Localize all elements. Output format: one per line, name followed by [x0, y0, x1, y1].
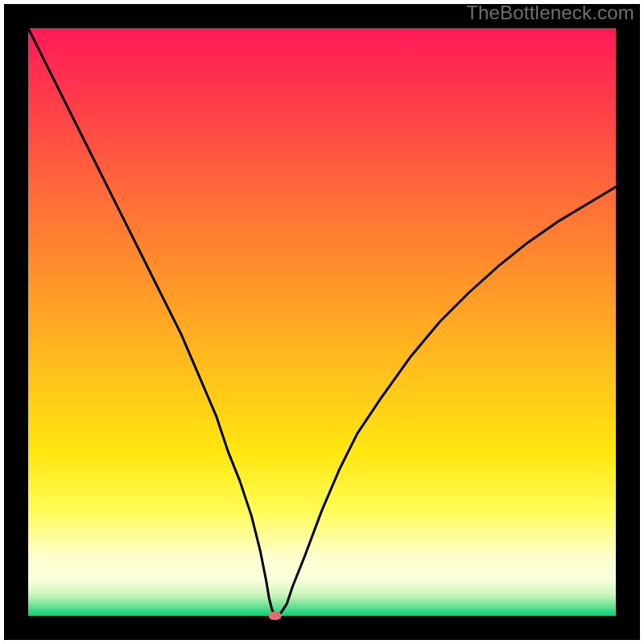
svg-rect-2	[269, 612, 282, 620]
watermark-text: TheBottleneck.com	[466, 2, 634, 24]
svg-rect-1	[28, 28, 616, 616]
chart-svg	[0, 0, 644, 644]
bottleneck-chart: TheBottleneck.com	[0, 0, 644, 644]
